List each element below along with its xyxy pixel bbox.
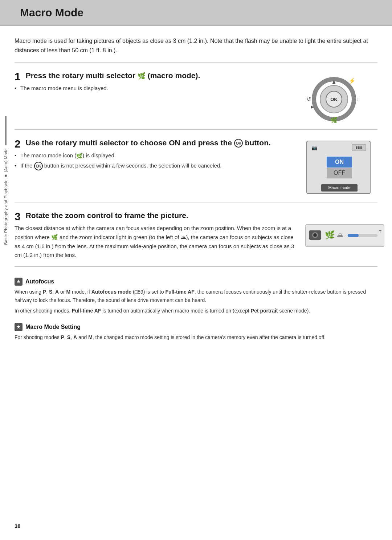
svg-text:⚡: ⚡ (348, 77, 356, 84)
note-macro-setting-heading: Macro Mode Setting (25, 324, 81, 330)
svg-text:🌿: 🌿 (325, 230, 335, 240)
note-autofocus: Autofocus When using P, S, A or M mode, … (15, 278, 377, 315)
page: Basic Photography and Playback: ■ (Auto)… (0, 0, 392, 540)
step-1-bullet-1: The macro mode menu is displayed. (15, 84, 298, 93)
step-1-image: OK 🌿 ↺ ▶ ⚡ □ (305, 70, 377, 123)
note-macro-setting-icon (15, 323, 23, 331)
note-autofocus-text: When using P, S, A or M mode, if Autofoc… (15, 288, 377, 305)
svg-text:T: T (379, 230, 381, 234)
side-tab-label: Basic Photography and Playback: ■ (Auto)… (4, 148, 8, 245)
step-2-heading: Use the rotary multi selector to choose … (26, 138, 298, 148)
step-2-bullet-1: The macro mode icon (🌿) is displayed. (15, 151, 298, 160)
notes-section: Autofocus When using P, S, A or M mode, … (15, 267, 377, 357)
note-autofocus-heading: Autofocus (25, 278, 54, 285)
page-number: 38 (15, 523, 21, 529)
svg-text:▮▮▮: ▮▮▮ (356, 145, 362, 149)
svg-text:Macro mode: Macro mode (328, 185, 350, 190)
title-bar: Macro Mode (0, 0, 392, 26)
step-3-heading: Rotate the zoom control to frame the pic… (26, 210, 298, 220)
side-tab-bar (5, 116, 7, 145)
step-3-number: 3 (15, 210, 23, 222)
svg-text:□: □ (355, 96, 358, 102)
step-2-bullet-2: If the OK button is not pressed within a… (15, 161, 298, 170)
step-3-text: The closest distance at which the camera… (15, 224, 298, 260)
side-tab: Basic Photography and Playback: ■ (Auto)… (0, 109, 12, 540)
step-3-svg: 🌿 ⛰ T (305, 224, 385, 247)
svg-text:🌿: 🌿 (330, 117, 338, 123)
step-1-bullets: The macro mode menu is displayed. (15, 84, 298, 93)
step-2-image: 📷 ▮▮▮ ON OFF Macro mode (305, 138, 377, 196)
step-1-heading: Press the rotary multi selector 🌿 (macro… (26, 70, 298, 80)
note-macro-setting-heading-row: Macro Mode Setting (15, 323, 377, 331)
note-macro-setting: Macro Mode Setting For shooting modes P,… (15, 323, 377, 342)
svg-text:⛰: ⛰ (337, 231, 343, 238)
page-title: Macro Mode (20, 7, 83, 19)
step-2: 2 Use the rotary multi selector to choos… (15, 130, 377, 202)
intro-text: Macro mode is used for taking pictures o… (15, 26, 377, 63)
note-autofocus-icon (15, 278, 23, 286)
step-1-svg: OK 🌿 ↺ ▶ ⚡ □ (305, 72, 363, 123)
note-autofocus-heading-row: Autofocus (15, 278, 377, 286)
note-autofocus-text2: In other shooting modes, Full-time AF is… (15, 307, 377, 315)
svg-text:▶: ▶ (311, 104, 314, 109)
step-2-left: 2 Use the rotary multi selector to choos… (15, 138, 298, 196)
svg-rect-27 (348, 234, 359, 237)
svg-text:OFF: OFF (334, 170, 345, 176)
step-2-bullets: The macro mode icon (🌿) is displayed. If… (15, 151, 298, 170)
step-3-left: 3 Rotate the zoom control to frame the p… (15, 210, 298, 260)
svg-text:📷: 📷 (311, 145, 318, 151)
step-3: 3 Rotate the zoom control to frame the p… (15, 202, 377, 267)
step-2-number: 2 (15, 138, 23, 150)
svg-text:OK: OK (330, 97, 338, 102)
step-1-number: 1 (15, 70, 23, 82)
step-1: 1 Press the rotary multi selector 🌿 (mac… (15, 63, 377, 130)
step-2-svg: 📷 ▮▮▮ ON OFF Macro mode (305, 139, 372, 196)
step-3-image: 🌿 ⛰ T (305, 210, 377, 260)
svg-text:ON: ON (335, 159, 344, 165)
svg-text:↺: ↺ (306, 96, 311, 102)
note-macro-setting-text: For shooting modes P, S, A and M, the ch… (15, 333, 377, 342)
svg-point-23 (313, 233, 317, 237)
step-1-left: 1 Press the rotary multi selector 🌿 (mac… (15, 70, 298, 123)
main-content: Macro Mode Macro mode is used for taking… (15, 0, 377, 540)
